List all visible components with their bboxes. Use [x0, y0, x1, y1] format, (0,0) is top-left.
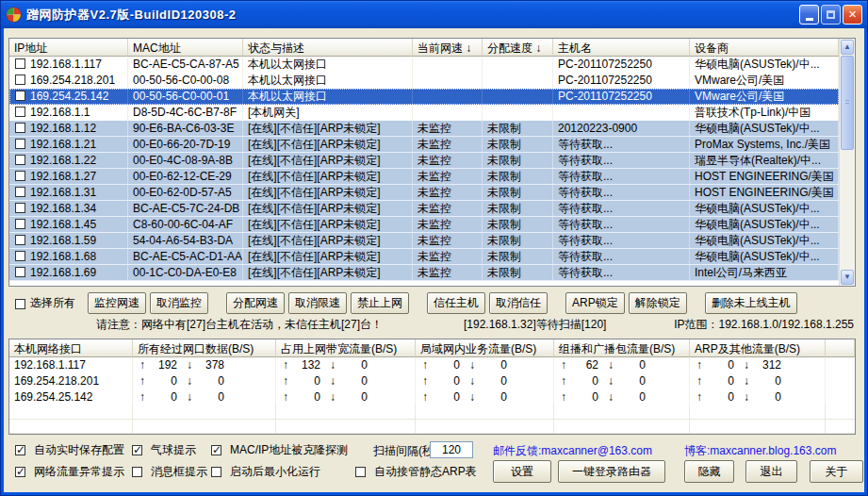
host-mac-cell: BC-AE-C5-7C-24-DB — [128, 201, 243, 216]
host-row[interactable]: 192.168.1.1D8-5D-4C-6C-B7-8F[本机网关]普联技术(T… — [9, 105, 839, 121]
select-all-checkbox[interactable]: 选择所有 — [14, 295, 88, 311]
host-vendor-cell: VMware公司/美国 — [690, 89, 839, 105]
action-button-分配网速[interactable]: 分配网速 — [226, 292, 285, 314]
row-checkbox[interactable] — [15, 171, 25, 181]
iface-row[interactable]: 169.254.25.142↑0↓0↑0↓0↑0↓0↑0↓0↑0↓0 — [9, 389, 855, 405]
host-row[interactable]: 169.254.218.20100-50-56-C0-00-08本机以太网接口P… — [9, 73, 839, 89]
iface-row[interactable]: 169.254.218.201↑0↓0↑0↓0↑0↓0↑0↓0↑0↓0 — [9, 373, 855, 389]
host-row[interactable]: 192.168.1.68BC-AE-C5-AC-D1-AA[在线][不信任][A… — [9, 249, 839, 265]
email-feedback-link[interactable]: 邮件反馈:maxcanner@163.com — [493, 443, 652, 459]
host-mac-cell: 00-E0-62-0D-57-A5 — [128, 185, 243, 200]
iface-column-header-3[interactable]: 占用上网带宽流量(B/S) — [276, 339, 416, 357]
iface-column-header-5[interactable]: 组播和广播包流量(B/S) — [554, 339, 690, 357]
action-button-信任主机[interactable]: 信任主机 — [427, 292, 485, 314]
select-all-box[interactable] — [15, 299, 25, 309]
column-header-7[interactable]: 设备商 — [690, 39, 839, 57]
option-checkbox-自动接管静态ARP表[interactable]: 自动接管静态ARP表 — [354, 464, 477, 480]
host-row[interactable]: 192.168.1.1290-E6-BA-C6-03-3E[在线][不信任][A… — [9, 121, 839, 137]
host-row[interactable]: 192.168.1.6900-1C-C0-DA-E0-E8[在线][不信任][A… — [9, 265, 839, 281]
column-header-3[interactable]: 状态与描述 — [243, 39, 413, 57]
checkbox-box[interactable] — [211, 467, 221, 477]
host-ip-cell: 192.168.1.31 — [9, 185, 128, 200]
footer-button-退出[interactable]: 退出 — [745, 460, 797, 483]
down-value: 0 — [194, 373, 224, 389]
footer-button-设置[interactable]: 设置 — [493, 460, 551, 483]
column-header-6[interactable]: 主机名 — [553, 39, 690, 57]
iface-column-header-4[interactable]: 局域网内业务流量(B/S) — [416, 339, 554, 357]
column-header-2[interactable]: MAC地址 — [128, 39, 243, 57]
action-button-取消信任[interactable]: 取消信任 — [489, 292, 548, 314]
host-row[interactable]: 192.168.1.2700-E0-62-12-CE-29[在线][不信任][A… — [9, 169, 839, 185]
host-row[interactable]: 192.168.1.3100-E0-62-0D-57-A5[在线][不信任][A… — [9, 185, 839, 201]
row-checkbox[interactable] — [15, 203, 25, 213]
action-button-解除锁定[interactable]: 解除锁定 — [629, 292, 687, 314]
down-arrow-icon: ↓ — [742, 357, 751, 372]
option-checkbox-启动后最小化运行[interactable]: 启动后最小化运行 — [210, 464, 320, 480]
footer-button-隐藏[interactable]: 隐藏 — [684, 460, 734, 483]
host-row[interactable]: 192.168.1.45C8-60-00-6C-04-AF[在线][不信任][A… — [9, 217, 839, 233]
down-arrow-icon: ↓ — [185, 357, 194, 372]
scroll-up-icon[interactable]: ▲ — [841, 40, 854, 55]
host-row[interactable]: 192.168.1.34BC-AE-C5-7C-24-DB[在线][不信任][A… — [9, 201, 839, 217]
column-header-5[interactable]: 分配速度 ↓ — [483, 39, 553, 57]
checkbox-box[interactable] — [132, 445, 142, 455]
row-checkbox[interactable] — [15, 235, 25, 245]
scroll-down-icon[interactable]: ▼ — [841, 270, 854, 285]
row-checkbox[interactable] — [15, 107, 25, 117]
host-status-cell: 本机以太网接口 — [243, 89, 413, 105]
row-checkbox[interactable] — [15, 139, 25, 149]
row-checkbox[interactable] — [15, 251, 25, 261]
blog-link[interactable]: 博客:maxcanner.blog.163.com — [684, 443, 836, 459]
down-arrow-icon: ↓ — [467, 373, 477, 389]
scan-status: [192.168.1.32]等待扫描[120] — [464, 317, 606, 333]
checkbox-box[interactable] — [132, 467, 142, 477]
minimize-button[interactable] — [799, 5, 819, 25]
iface-row[interactable]: 192.168.1.117↑192↓378↑132↓0↑0↓0↑62↓0↑0↓3… — [9, 357, 855, 373]
row-checkbox[interactable] — [15, 219, 25, 229]
checkbox-box[interactable] — [211, 445, 221, 455]
action-button-取消限速[interactable]: 取消限速 — [288, 292, 347, 314]
action-button-监控网速[interactable]: 监控网速 — [88, 292, 146, 314]
option-checkbox-自动实时保存配置[interactable]: 自动实时保存配置 — [14, 442, 124, 458]
row-checkbox[interactable] — [15, 267, 25, 277]
host-limit-cell — [483, 89, 553, 105]
action-button-ARP锁定[interactable]: ARP锁定 — [565, 292, 625, 314]
host-row[interactable]: 169.254.25.14200-50-56-C0-00-01本机以太网接口PC… — [9, 89, 839, 105]
host-speed-cell: 未监控 — [413, 249, 483, 264]
iface-column-header-2[interactable]: 所有经过网口数据(B/S) — [133, 339, 276, 357]
column-header-1[interactable]: IP地址 — [9, 39, 128, 57]
option-checkbox-网络流量异常提示[interactable]: 网络流量异常提示 — [14, 464, 124, 480]
host-row[interactable]: 192.168.1.2100-E0-66-20-7D-19[在线][不信任][A… — [9, 137, 839, 153]
checkbox-box[interactable] — [15, 467, 25, 477]
iface-column-header-6[interactable]: ARP及其他流量(B/S) — [690, 339, 826, 357]
scrollbar-thumb[interactable] — [841, 56, 854, 150]
footer-button-关于[interactable]: 关于 — [810, 460, 863, 483]
title-bar[interactable]: 蹭网防护器V2.7版-BuildID120308-2 ✕ — [1, 1, 867, 28]
host-row[interactable]: 192.168.1.2200-E0-4C-08-9A-8B[在线][不信任][A… — [9, 153, 839, 169]
action-button-禁止上网[interactable]: 禁止上网 — [351, 292, 409, 314]
host-row[interactable]: 192.168.1.5954-04-A6-54-B3-DA[在线][不信任][A… — [9, 233, 839, 249]
host-table-scrollbar[interactable]: ▲ ▼ — [839, 39, 855, 286]
row-checkbox[interactable] — [15, 91, 25, 101]
scan-interval-input[interactable] — [430, 441, 473, 458]
iface-column-header-1[interactable]: 本机网络接口 — [9, 339, 133, 357]
action-button-删除未上线主机[interactable]: 删除未上线主机 — [705, 292, 797, 314]
row-checkbox[interactable] — [15, 74, 25, 85]
checkbox-box[interactable] — [355, 467, 366, 477]
footer-button-一键登录路由器[interactable]: 一键登录路由器 — [558, 460, 665, 483]
row-checkbox[interactable] — [15, 123, 25, 133]
option-checkbox-消息框提示[interactable]: 消息框提示 — [131, 464, 207, 480]
iface-traffic-cell-3: ↑0↓0 — [416, 373, 554, 389]
option-checkbox-气球提示[interactable]: 气球提示 — [131, 442, 196, 458]
close-button[interactable]: ✕ — [843, 5, 862, 25]
row-checkbox[interactable] — [15, 155, 25, 165]
checkbox-box[interactable] — [15, 445, 25, 455]
option-checkbox-MAC/IP地址被克隆探测[interactable]: MAC/IP地址被克隆探测 — [210, 442, 348, 458]
action-button-取消监控[interactable]: 取消监控 — [150, 292, 208, 314]
host-ip-cell: 192.168.1.117 — [9, 57, 128, 73]
row-checkbox[interactable] — [15, 58, 25, 69]
maximize-button[interactable] — [821, 5, 841, 25]
row-checkbox[interactable] — [15, 187, 25, 197]
column-header-4[interactable]: 当前网速 ↓ — [413, 39, 483, 57]
host-row[interactable]: 192.168.1.117BC-AE-C5-CA-87-A5本机以太网接口PC-… — [9, 57, 839, 73]
